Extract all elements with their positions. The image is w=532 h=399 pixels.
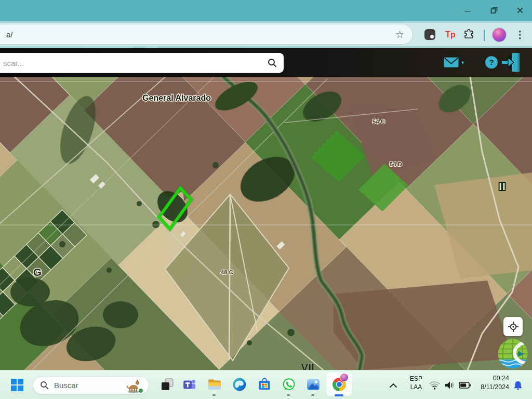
speaker-icon — [444, 380, 455, 390]
close-button[interactable]: × — [512, 3, 528, 18]
clock[interactable]: 00:24 8/11/2024 — [468, 374, 509, 392]
minimize-icon: – — [464, 5, 470, 17]
task-view-button[interactable] — [157, 375, 177, 394]
whatsapp-icon — [282, 377, 296, 392]
running-indicator — [212, 394, 216, 396]
browser-titlebar: – × — [0, 0, 532, 21]
bell-icon — [512, 380, 524, 391]
crosshair-icon — [507, 321, 520, 333]
taskbar-search-label: Buscar — [54, 381, 78, 390]
taskbar-app-whatsapp[interactable] — [279, 375, 299, 394]
help-button[interactable]: ? — [485, 56, 498, 69]
windows-logo-icon — [11, 379, 23, 391]
taskbar-app-edge[interactable] — [230, 375, 249, 394]
restore-icon — [490, 7, 498, 14]
town-label: General Alvarado — [142, 94, 211, 102]
wifi-button[interactable] — [429, 381, 440, 392]
chevron-down-icon: ▾ — [461, 59, 464, 66]
time-text: 00:24 — [468, 374, 509, 383]
date-text: 8/11/2024 — [468, 383, 509, 392]
chevron-up-icon — [389, 382, 398, 389]
app-search-box[interactable] — [0, 53, 284, 73]
file-explorer-icon — [207, 377, 222, 392]
mail-menu-button[interactable]: ▾ — [444, 57, 464, 68]
address-bar[interactable]: a/ ☆ — [0, 24, 413, 44]
volume-button[interactable] — [444, 380, 455, 392]
task-view-icon — [161, 378, 174, 391]
teams-icon — [182, 377, 197, 392]
chrome-active-indicator — [335, 394, 343, 396]
logout-button[interactable] — [502, 52, 523, 75]
tray-expand-button[interactable] — [389, 381, 398, 391]
g-label: G — [33, 266, 42, 278]
tp-extension-icon[interactable]: Tp — [444, 29, 457, 40]
photos-icon — [306, 377, 321, 392]
parcel-48c-label: 48 C — [221, 269, 233, 275]
app-search-input[interactable] — [2, 58, 267, 68]
extensions-puzzle-icon[interactable] — [462, 28, 475, 41]
running-indicator — [287, 394, 290, 396]
search-highlight-dog-image — [125, 377, 144, 394]
profile-avatar[interactable] — [493, 28, 506, 42]
running-indicator — [311, 394, 314, 396]
edge-icon — [232, 377, 247, 392]
mail-icon — [444, 57, 459, 68]
start-button[interactable] — [11, 379, 23, 393]
roman-ii-label: II — [499, 180, 506, 192]
parcel-54d-label: 54 D — [390, 161, 402, 167]
wifi-icon — [429, 381, 440, 390]
taskbar-app-store[interactable] — [255, 375, 274, 394]
search-icon[interactable] — [267, 58, 277, 68]
taskbar-app-file-explorer[interactable] — [205, 375, 224, 394]
browser-menu-icon[interactable]: ⋮ — [515, 29, 525, 40]
extension-icon[interactable] — [424, 29, 435, 40]
minimize-button[interactable]: – — [460, 3, 475, 18]
locate-me-button[interactable] — [503, 317, 523, 336]
app-logo-globe — [494, 338, 532, 370]
taskbar-search[interactable]: Buscar — [33, 376, 149, 394]
language-line2: LAA — [407, 383, 425, 392]
language-line1: ESP — [407, 375, 425, 383]
close-icon: × — [516, 3, 524, 18]
taskbar-app-teams[interactable] — [180, 375, 200, 394]
microsoft-store-icon — [257, 377, 272, 392]
bookmark-star-icon[interactable]: ☆ — [395, 29, 404, 41]
parcel-54c-label: 54 C — [373, 118, 385, 125]
search-icon — [40, 381, 49, 390]
extension-badge — [430, 35, 434, 38]
roman-vii-label: VII — [301, 361, 314, 370]
url-text: a/ — [6, 30, 13, 39]
notifications-button[interactable] — [512, 380, 524, 393]
chrome-profile-badge — [340, 374, 348, 381]
satellite-map[interactable]: General Alvarado 54 C 54 D 48 C G VII II — [0, 77, 532, 370]
map-canvas[interactable]: General Alvarado 54 C 54 D 48 C G VII II — [0, 77, 532, 370]
help-icon: ? — [489, 58, 494, 66]
taskbar-app-photos[interactable] — [303, 375, 323, 394]
toolbar-divider — [484, 30, 485, 41]
logout-door-icon — [502, 52, 523, 73]
language-indicator[interactable]: ESP LAA — [407, 375, 425, 391]
restore-button[interactable] — [486, 3, 502, 18]
